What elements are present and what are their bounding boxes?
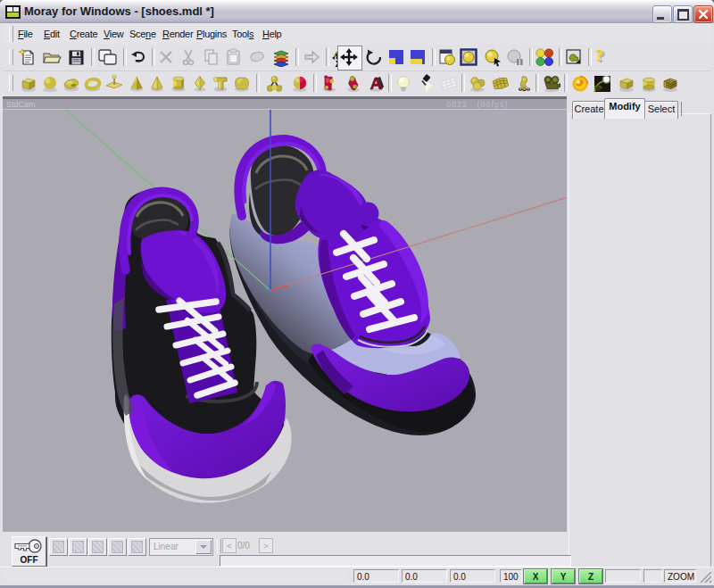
svg-text:?: ? bbox=[595, 47, 604, 65]
